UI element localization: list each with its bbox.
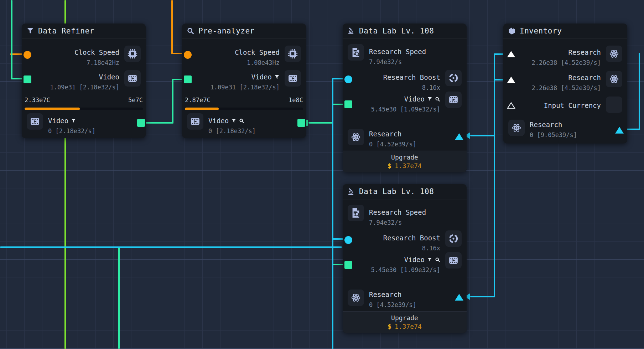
magnifier-icon xyxy=(435,255,440,265)
document-search-icon xyxy=(350,47,361,58)
upgrade-label: Upgrade xyxy=(343,314,467,322)
research-speed-label: Research Speed xyxy=(369,47,426,57)
video-output-port[interactable] xyxy=(137,119,145,127)
node-header: Inventory xyxy=(503,24,627,39)
video-out-row: Video 0 [2.18e32/s] xyxy=(208,116,256,136)
wire-cyan-lab1-research-out xyxy=(470,135,495,136)
video-value: 5.45e30 [1.09e32/s] xyxy=(371,104,440,115)
wire-green-refiner-in-v xyxy=(11,0,12,79)
clock-input-port[interactable] xyxy=(184,51,192,59)
node-title: Data Lab Lv. 108 xyxy=(359,27,434,35)
node-title: Pre-analyzer xyxy=(198,27,255,35)
video-input-port[interactable] xyxy=(344,261,352,269)
research-input-port-2[interactable] xyxy=(507,76,516,83)
input-currency-port[interactable] xyxy=(507,102,516,109)
video-out-label: Video xyxy=(208,117,229,125)
chip-icon-tile xyxy=(285,46,301,62)
research-boost-row: Research Boost 8.16x xyxy=(383,233,440,254)
research-boost-label: Research Boost xyxy=(383,233,440,243)
dollar-icon: $ xyxy=(388,323,391,330)
video-icon-tile xyxy=(124,70,141,87)
wire-lime-bottom xyxy=(64,137,66,349)
upgrade-cost: 1.37e74 xyxy=(395,162,422,170)
boost-input-port[interactable] xyxy=(344,236,352,244)
filter-icon xyxy=(274,72,280,82)
node-header: Data Lab Lv. 108 xyxy=(343,24,467,39)
upgrade-button[interactable]: Upgrade $1.37e74 xyxy=(343,151,467,172)
boost-input-port[interactable] xyxy=(344,75,352,83)
research-label: Research xyxy=(532,73,601,83)
magnifier-icon xyxy=(239,116,244,126)
magnifier-icon xyxy=(435,94,440,104)
video-in-value: 1.09e31 [2.18e32/s] xyxy=(211,82,280,93)
atom-icon xyxy=(511,123,522,133)
upgrade-button[interactable]: Upgrade $1.37e74 xyxy=(343,311,467,333)
document-search-icon xyxy=(350,208,361,218)
node-title: Data Refiner xyxy=(38,27,94,35)
chip-icon-tile xyxy=(124,46,141,62)
video-row: Video 5.45e30 [1.09e32/s] xyxy=(371,94,440,115)
atom-icon xyxy=(350,132,361,142)
clock-input-port[interactable] xyxy=(24,51,31,59)
wire-cyan-right-edge-v xyxy=(639,53,640,130)
research-boost-row: Research Boost 8.16x xyxy=(383,72,440,93)
video-icon-tile xyxy=(27,113,43,130)
video-input-port[interactable] xyxy=(344,100,352,108)
wire-lime-top xyxy=(64,0,66,24)
input-currency-label: Input Currency xyxy=(544,100,601,111)
node-pre-analyzer[interactable]: Pre-analyzer Clock Speed 1.08e43Hz Video… xyxy=(182,24,306,138)
video-row: Video 5.45e30 [1.09e32/s] xyxy=(371,255,440,275)
video-label: Video xyxy=(404,256,425,264)
progress-fill xyxy=(25,108,80,110)
research-output-port[interactable] xyxy=(455,133,464,140)
research-in-row-1: Research 2.26e38 [4.52e39/s] xyxy=(532,47,601,68)
node-header: Pre-analyzer xyxy=(182,24,306,39)
progress-bar xyxy=(25,108,143,110)
research-boost-value: 8.16x xyxy=(383,83,440,93)
wire-cyan-lab1-boost-stub xyxy=(332,78,344,79)
research-boost-label: Research Boost xyxy=(383,72,440,83)
node-header: Data Lab Lv. 108 xyxy=(343,184,467,199)
video-in-row: Video 1.09e31 [2.18e32/s] xyxy=(50,72,119,93)
clock-speed-row: Clock Speed 1.08e43Hz xyxy=(235,47,280,68)
node-data-lab-2[interactable]: Data Lab Lv. 108 Research Speed 7.94e32/… xyxy=(343,184,467,333)
video-label: Video xyxy=(404,95,425,103)
node-data-lab-1[interactable]: Data Lab Lv. 108 Research Speed 7.94e32/… xyxy=(343,24,467,172)
boost-gauge-icon xyxy=(448,73,459,83)
wire-green-lower-v xyxy=(118,247,120,349)
research-speed-row: Research Speed 7.94e32/s xyxy=(369,47,426,67)
node-inventory[interactable]: Inventory Research 2.26e38 [4.52e39/s] R… xyxy=(503,24,627,144)
microscope-icon xyxy=(347,188,355,196)
video-value: 5.45e30 [1.09e32/s] xyxy=(371,265,440,275)
research-in-row-2: Research 2.26e38 [4.52e39/s] xyxy=(532,73,601,93)
filter-icon xyxy=(231,116,237,126)
video-out-label: Video xyxy=(48,117,68,125)
research-label: Research xyxy=(369,290,416,300)
research-speed-value: 7.94e32/s xyxy=(369,57,426,67)
node-graph-canvas[interactable]: Data Refiner Clock Speed 7.18e42Hz Video… xyxy=(0,0,644,349)
clock-speed-value: 7.18e42Hz xyxy=(74,58,119,68)
research-input-port-1[interactable] xyxy=(507,51,516,58)
clock-speed-label: Clock Speed xyxy=(235,47,280,58)
video-icon xyxy=(448,255,459,266)
video-output-port[interactable] xyxy=(297,119,305,127)
research-label: Research xyxy=(369,129,416,139)
research-output-port[interactable] xyxy=(455,293,464,301)
video-icon xyxy=(127,73,138,84)
video-out-value: 0 [2.18e32/s] xyxy=(208,126,256,136)
node-data-refiner[interactable]: Data Refiner Clock Speed 7.18e42Hz Video… xyxy=(22,24,146,138)
progress-bar xyxy=(185,108,303,110)
research-row: Research 0 [4.52e39/s] xyxy=(369,290,416,310)
video-input-port[interactable] xyxy=(184,75,192,83)
cube-icon xyxy=(508,27,516,35)
chip-icon xyxy=(127,48,138,59)
research-out-label: Research xyxy=(530,120,577,130)
progress-fill xyxy=(185,108,219,110)
upgrade-label: Upgrade xyxy=(343,153,467,161)
wire-green-pre-out-h xyxy=(308,122,333,124)
research-speed-icon-tile xyxy=(348,205,364,221)
filter-icon xyxy=(71,116,76,126)
research-output-port[interactable] xyxy=(615,126,624,134)
video-input-port[interactable] xyxy=(24,75,31,83)
research-speed-row: Research Speed 7.94e32/s xyxy=(369,207,426,228)
